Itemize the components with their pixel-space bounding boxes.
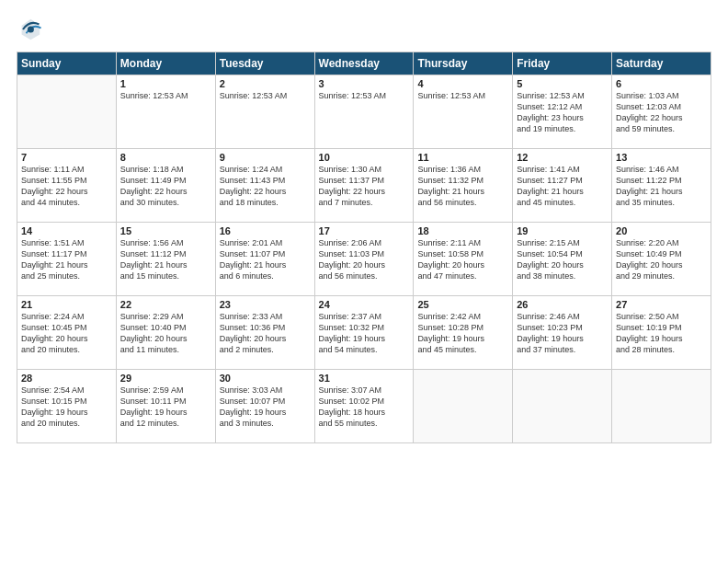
day-number: 21 <box>21 299 112 310</box>
day-info: Sunrise: 2:54 AM Sunset: 10:15 PM Daylig… <box>21 385 112 430</box>
day-cell: 4Sunrise: 12:53 AM <box>414 75 513 149</box>
day-number: 2 <box>220 78 311 89</box>
col-header-friday: Friday <box>513 52 612 75</box>
day-cell: 15Sunrise: 1:56 AM Sunset: 11:12 PM Dayl… <box>116 223 215 296</box>
day-number: 29 <box>120 373 211 384</box>
col-header-wednesday: Wednesday <box>314 52 414 75</box>
day-cell: 28Sunrise: 2:54 AM Sunset: 10:15 PM Dayl… <box>17 370 117 443</box>
week-row-3: 21Sunrise: 2:24 AM Sunset: 10:45 PM Dayl… <box>17 296 711 370</box>
day-number: 20 <box>616 225 707 236</box>
day-info: Sunrise: 12:53 AM <box>220 90 311 101</box>
day-number: 4 <box>417 78 508 89</box>
day-number: 3 <box>319 78 410 89</box>
week-row-2: 14Sunrise: 1:51 AM Sunset: 11:17 PM Dayl… <box>17 223 711 296</box>
day-info: Sunrise: 12:53 AM <box>120 90 211 101</box>
col-header-saturday: Saturday <box>612 52 711 75</box>
day-number: 10 <box>319 152 410 163</box>
day-info: Sunrise: 1:51 AM Sunset: 11:17 PM Daylig… <box>21 237 112 282</box>
day-cell: 21Sunrise: 2:24 AM Sunset: 10:45 PM Dayl… <box>17 296 117 370</box>
day-number: 22 <box>120 299 211 310</box>
day-cell: 16Sunrise: 2:01 AM Sunset: 11:07 PM Dayl… <box>215 223 314 296</box>
day-cell: 5Sunrise: 12:53 AM Sunset: 12:12 AM Dayl… <box>513 75 612 149</box>
header-row: SundayMondayTuesdayWednesdayThursdayFrid… <box>17 52 711 75</box>
day-cell <box>414 370 513 443</box>
day-cell: 23Sunrise: 2:33 AM Sunset: 10:36 PM Dayl… <box>215 296 314 370</box>
day-number: 28 <box>21 373 112 384</box>
day-number: 7 <box>21 152 112 163</box>
day-number: 24 <box>319 299 410 310</box>
logo-area <box>17 17 46 42</box>
day-info: Sunrise: 1:18 AM Sunset: 11:49 PM Daylig… <box>120 164 211 209</box>
day-info: Sunrise: 2:15 AM Sunset: 10:54 PM Daylig… <box>517 237 608 282</box>
day-cell: 3Sunrise: 12:53 AM <box>314 75 414 149</box>
day-cell: 30Sunrise: 3:03 AM Sunset: 10:07 PM Dayl… <box>215 370 314 443</box>
day-cell: 20Sunrise: 2:20 AM Sunset: 10:49 PM Dayl… <box>612 223 711 296</box>
day-info: Sunrise: 2:06 AM Sunset: 11:03 PM Daylig… <box>319 237 410 282</box>
week-row-1: 7Sunrise: 1:11 AM Sunset: 11:55 PM Dayli… <box>17 149 711 223</box>
day-info: Sunrise: 12:53 AM <box>319 90 410 101</box>
day-info: Sunrise: 2:37 AM Sunset: 10:32 PM Daylig… <box>319 311 410 356</box>
day-info: Sunrise: 12:53 AM Sunset: 12:12 AM Dayli… <box>517 90 608 135</box>
col-header-tuesday: Tuesday <box>215 52 314 75</box>
day-cell: 19Sunrise: 2:15 AM Sunset: 10:54 PM Dayl… <box>513 223 612 296</box>
day-info: Sunrise: 2:29 AM Sunset: 10:40 PM Daylig… <box>120 311 211 356</box>
day-info: Sunrise: 1:11 AM Sunset: 11:55 PM Daylig… <box>21 164 112 209</box>
day-number: 30 <box>220 373 311 384</box>
day-cell: 11Sunrise: 1:36 AM Sunset: 11:32 PM Dayl… <box>414 149 513 223</box>
day-cell: 1Sunrise: 12:53 AM <box>116 75 215 149</box>
day-cell: 27Sunrise: 2:50 AM Sunset: 10:19 PM Dayl… <box>612 296 711 370</box>
day-number: 9 <box>220 152 311 163</box>
page: SundayMondayTuesdayWednesdayThursdayFrid… <box>0 0 728 453</box>
day-info: Sunrise: 3:07 AM Sunset: 10:02 PM Daylig… <box>319 385 410 430</box>
day-cell <box>17 75 117 149</box>
day-cell: 7Sunrise: 1:11 AM Sunset: 11:55 PM Dayli… <box>17 149 117 223</box>
header <box>17 17 711 42</box>
day-info: Sunrise: 1:56 AM Sunset: 11:12 PM Daylig… <box>120 237 211 282</box>
day-number: 15 <box>120 225 211 236</box>
day-info: Sunrise: 2:50 AM Sunset: 10:19 PM Daylig… <box>616 311 707 356</box>
day-info: Sunrise: 1:46 AM Sunset: 11:22 PM Daylig… <box>616 164 707 209</box>
day-cell: 22Sunrise: 2:29 AM Sunset: 10:40 PM Dayl… <box>116 296 215 370</box>
logo-icon <box>17 17 42 42</box>
day-cell: 13Sunrise: 1:46 AM Sunset: 11:22 PM Dayl… <box>612 149 711 223</box>
day-cell: 12Sunrise: 1:41 AM Sunset: 11:27 PM Dayl… <box>513 149 612 223</box>
day-cell: 17Sunrise: 2:06 AM Sunset: 11:03 PM Dayl… <box>314 223 414 296</box>
day-info: Sunrise: 2:20 AM Sunset: 10:49 PM Daylig… <box>616 237 707 282</box>
day-number: 16 <box>220 225 311 236</box>
day-number: 11 <box>417 152 508 163</box>
day-cell: 2Sunrise: 12:53 AM <box>215 75 314 149</box>
day-number: 17 <box>319 225 410 236</box>
day-info: Sunrise: 2:01 AM Sunset: 11:07 PM Daylig… <box>220 237 311 282</box>
day-number: 27 <box>616 299 707 310</box>
day-number: 25 <box>417 299 508 310</box>
calendar: SundayMondayTuesdayWednesdayThursdayFrid… <box>17 52 711 443</box>
day-info: Sunrise: 2:24 AM Sunset: 10:45 PM Daylig… <box>21 311 112 356</box>
day-info: Sunrise: 2:59 AM Sunset: 10:11 PM Daylig… <box>120 385 211 430</box>
day-cell <box>612 370 711 443</box>
day-cell: 18Sunrise: 2:11 AM Sunset: 10:58 PM Dayl… <box>414 223 513 296</box>
week-row-4: 28Sunrise: 2:54 AM Sunset: 10:15 PM Dayl… <box>17 370 711 443</box>
day-info: Sunrise: 2:46 AM Sunset: 10:23 PM Daylig… <box>517 311 608 356</box>
day-cell: 9Sunrise: 1:24 AM Sunset: 11:43 PM Dayli… <box>215 149 314 223</box>
day-cell: 31Sunrise: 3:07 AM Sunset: 10:02 PM Dayl… <box>314 370 414 443</box>
day-number: 6 <box>616 78 707 89</box>
day-info: Sunrise: 1:03 AM Sunset: 12:03 AM Daylig… <box>616 90 707 135</box>
day-number: 8 <box>120 152 211 163</box>
col-header-sunday: Sunday <box>17 52 117 75</box>
day-info: Sunrise: 1:24 AM Sunset: 11:43 PM Daylig… <box>220 164 311 209</box>
day-cell <box>513 370 612 443</box>
day-info: Sunrise: 2:33 AM Sunset: 10:36 PM Daylig… <box>220 311 311 356</box>
day-info: Sunrise: 1:36 AM Sunset: 11:32 PM Daylig… <box>417 164 508 209</box>
day-cell: 24Sunrise: 2:37 AM Sunset: 10:32 PM Dayl… <box>314 296 414 370</box>
day-number: 14 <box>21 225 112 236</box>
day-number: 31 <box>319 373 410 384</box>
day-number: 18 <box>417 225 508 236</box>
day-number: 23 <box>220 299 311 310</box>
day-info: Sunrise: 3:03 AM Sunset: 10:07 PM Daylig… <box>220 385 311 430</box>
day-number: 12 <box>517 152 608 163</box>
day-info: Sunrise: 1:41 AM Sunset: 11:27 PM Daylig… <box>517 164 608 209</box>
day-info: Sunrise: 2:42 AM Sunset: 10:28 PM Daylig… <box>417 311 508 356</box>
col-header-monday: Monday <box>116 52 215 75</box>
day-cell: 25Sunrise: 2:42 AM Sunset: 10:28 PM Dayl… <box>414 296 513 370</box>
day-number: 1 <box>120 78 211 89</box>
